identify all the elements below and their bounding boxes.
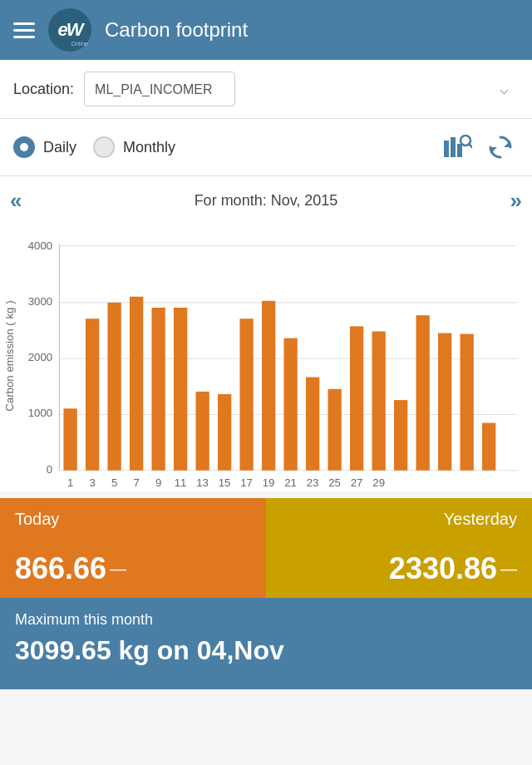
controls-row: Daily Monthly — [0, 119, 532, 176]
svg-rect-0 — [444, 141, 449, 157]
refresh-icon[interactable] — [482, 129, 519, 165]
today-yesterday-cards: Today 866.66 — Yesterday 2330.86 — — [0, 498, 532, 598]
svg-text:17: 17 — [240, 476, 253, 489]
svg-text:1: 1 — [67, 476, 73, 489]
bar-20 — [482, 423, 495, 471]
svg-rect-1 — [451, 137, 456, 157]
y-axis-label: Carbon emission ( kg ) — [3, 300, 16, 411]
daily-label: Daily — [43, 139, 76, 156]
daily-radio[interactable]: Daily — [13, 136, 76, 158]
bar-chart: Carbon emission ( kg ) 0 1000 2000 3000 … — [0, 220, 532, 491]
app-logo: eW Online — [48, 8, 91, 52]
view-mode-group: Daily Monthly — [13, 136, 432, 158]
bar-9 — [239, 318, 253, 470]
svg-text:3: 3 — [89, 476, 95, 489]
today-trend-icon: — — [110, 560, 126, 579]
svg-text:29: 29 — [372, 476, 385, 489]
monthly-label: Monthly — [123, 139, 175, 156]
yesterday-label: Yesterday — [444, 510, 517, 529]
svg-text:5: 5 — [111, 476, 117, 489]
bar-12 — [306, 378, 319, 471]
chevron-down-icon: ⌵ — [500, 80, 509, 98]
bar-7 — [195, 392, 209, 471]
bar-11 — [283, 338, 297, 471]
chart-title: For month: Nov, 2015 — [195, 192, 338, 210]
next-month-button[interactable]: » — [510, 188, 522, 214]
location-row: Location: ML_PIA_INCOMER ML_PIA_OUTGOING… — [0, 60, 532, 119]
svg-text:21: 21 — [284, 476, 297, 489]
maximum-label: Maximum this month — [15, 611, 517, 629]
chart-nav-row: « For month: Nov, 2015 » — [0, 185, 532, 220]
svg-text:9: 9 — [155, 476, 161, 489]
yesterday-card: Yesterday 2330.86 — — [266, 498, 532, 598]
svg-text:11: 11 — [175, 476, 187, 489]
yesterday-value-row: 2330.86 — — [389, 551, 517, 586]
chart-svg: Carbon emission ( kg ) 0 1000 2000 3000 … — [0, 220, 525, 491]
location-select[interactable]: ML_PIA_INCOMER ML_PIA_OUTGOING ML_MAIN_I… — [84, 72, 235, 106]
bar-10 — [262, 301, 275, 471]
today-card: Today 866.66 — — [0, 498, 266, 598]
bar-13 — [328, 389, 341, 471]
bar-19 — [461, 334, 474, 471]
bar-8 — [218, 394, 231, 471]
daily-radio-dot — [13, 136, 35, 158]
location-label: Location: — [13, 81, 74, 98]
maximum-value: 3099.65 kg on 04,Nov — [15, 635, 517, 666]
svg-rect-2 — [457, 144, 462, 157]
svg-text:0: 0 — [47, 463, 52, 476]
bar-6 — [174, 308, 187, 471]
bar-2 — [86, 318, 99, 470]
page-title: Carbon footprint — [105, 18, 248, 42]
svg-text:7: 7 — [133, 476, 139, 489]
svg-text:25: 25 — [328, 476, 341, 489]
bar-14 — [350, 326, 363, 470]
app-header: eW Online Carbon footprint — [0, 0, 532, 60]
monthly-radio[interactable]: Monthly — [93, 136, 175, 158]
maximum-card: Maximum this month 3099.65 kg on 04,Nov — [0, 598, 532, 689]
svg-text:27: 27 — [351, 476, 363, 489]
menu-icon[interactable] — [13, 22, 35, 38]
prev-month-button[interactable]: « — [10, 188, 22, 214]
chart-view-icon[interactable] — [439, 129, 475, 165]
yesterday-trend-icon: — — [500, 560, 517, 579]
svg-text:2000: 2000 — [28, 351, 52, 363]
chart-section: « For month: Nov, 2015 » Carbon emission… — [0, 176, 532, 491]
bar-3 — [107, 303, 121, 471]
logo-text: eW — [58, 19, 82, 41]
location-select-wrapper: ML_PIA_INCOMER ML_PIA_OUTGOING ML_MAIN_I… — [84, 72, 519, 106]
svg-text:4000: 4000 — [28, 239, 52, 252]
monthly-radio-dot — [93, 136, 115, 158]
yesterday-value: 2330.86 — [389, 551, 497, 586]
bar-15 — [372, 332, 385, 471]
svg-text:13: 13 — [196, 476, 209, 489]
svg-text:15: 15 — [219, 476, 231, 489]
bar-17 — [416, 315, 429, 471]
bar-1 — [63, 408, 76, 470]
today-value-row: 866.66 — — [15, 551, 251, 586]
bar-4 — [130, 297, 143, 471]
bar-5 — [151, 308, 165, 471]
logo-sub: Online — [71, 41, 88, 47]
svg-text:1000: 1000 — [28, 407, 52, 419]
svg-line-4 — [469, 144, 472, 147]
today-label: Today — [15, 510, 251, 529]
bar-16 — [394, 400, 407, 471]
today-value: 866.66 — [15, 551, 106, 586]
svg-text:3000: 3000 — [28, 295, 52, 308]
svg-text:19: 19 — [263, 476, 275, 489]
svg-text:23: 23 — [307, 476, 319, 489]
bar-18 — [438, 333, 451, 471]
